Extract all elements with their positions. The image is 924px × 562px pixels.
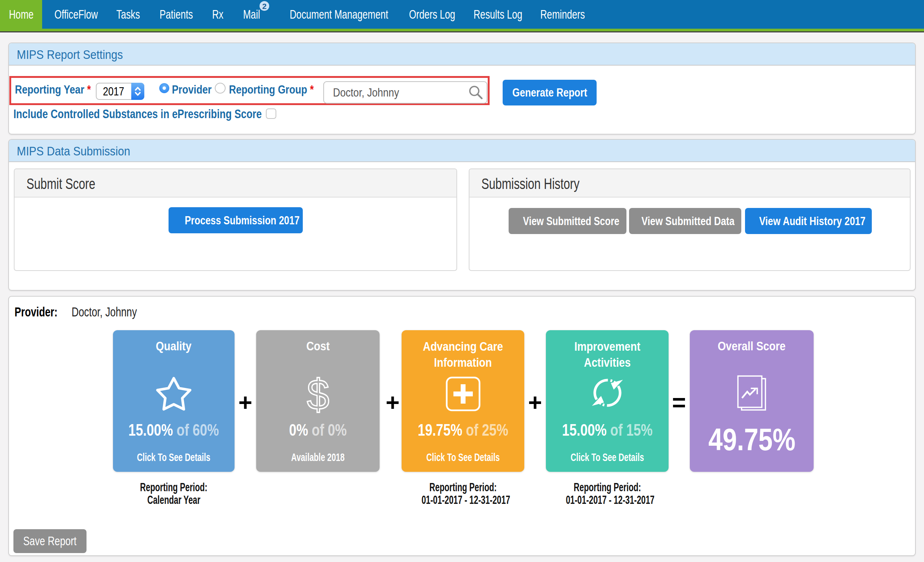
svg-text:$: $ — [306, 375, 329, 414]
